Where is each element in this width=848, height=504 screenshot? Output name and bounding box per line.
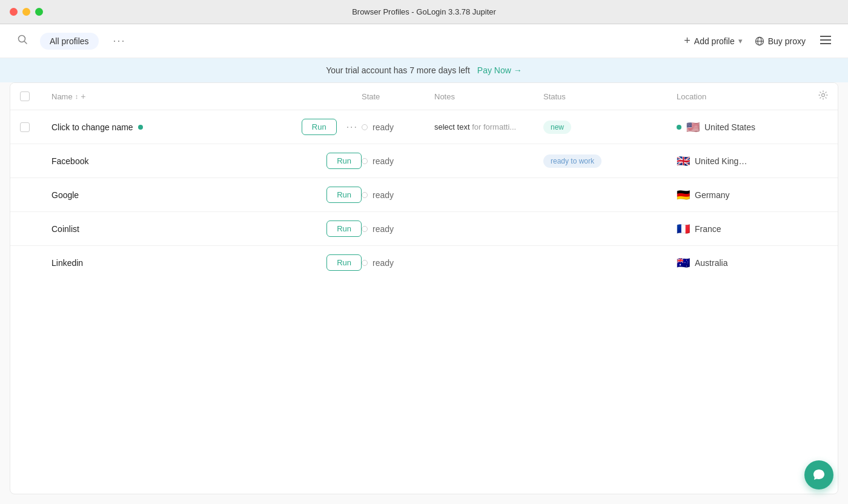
run-button[interactable]: Run	[302, 119, 337, 135]
state-text: ready	[373, 190, 394, 200]
hamburger-menu-button[interactable]	[818, 32, 833, 50]
location-text: Germany	[695, 190, 730, 200]
search-button[interactable]	[15, 31, 30, 50]
run-button[interactable]: Run	[326, 153, 362, 169]
svg-line-1	[25, 42, 27, 44]
state-text: ready	[373, 258, 394, 268]
traffic-lights	[10, 8, 43, 16]
toolbar: All profiles ··· + Add profile ▾ Buy pro…	[0, 24, 848, 58]
chevron-down-icon: ▾	[738, 36, 743, 45]
state-text: ready	[373, 122, 394, 132]
pay-now-label: Pay Now	[477, 65, 511, 75]
toolbar-right: + Add profile ▾ Buy proxy	[684, 32, 833, 50]
state-circle	[362, 260, 368, 266]
plus-icon: +	[684, 35, 691, 47]
table-row: Google Run ready 🇩🇪 Germany	[10, 178, 838, 212]
pay-now-link[interactable]: Pay Now →	[477, 65, 522, 75]
row-checkbox[interactable]	[20, 122, 30, 132]
location-column-label: Location	[677, 92, 706, 101]
location-text: France	[695, 224, 721, 234]
buy-proxy-label: Buy proxy	[768, 36, 806, 46]
status-column-label: Status	[543, 92, 566, 101]
row-checkbox-cell	[20, 122, 51, 132]
row-state-cell: ready	[362, 122, 434, 132]
row-location-cell: 🇫🇷 France	[677, 222, 798, 236]
name-actions: Google	[51, 190, 320, 200]
profile-name[interactable]: Coinlist	[51, 224, 79, 234]
profile-name[interactable]: Click to change name	[51, 122, 133, 132]
location-text: United King…	[695, 156, 747, 166]
svg-point-0	[19, 36, 25, 42]
flag-icon: 🇩🇪	[677, 188, 690, 202]
state-circle	[362, 124, 368, 130]
name-actions: Facebook	[51, 156, 320, 166]
buy-proxy-button[interactable]: Buy proxy	[755, 36, 806, 46]
notes-column-label: Notes	[434, 92, 455, 101]
table-settings-button[interactable]	[818, 90, 828, 102]
row-state-cell: ready	[362, 258, 434, 268]
chat-support-button[interactable]	[804, 460, 833, 489]
add-column-icon[interactable]: +	[81, 91, 85, 101]
row-name-cell: Click to change name Run ···	[51, 119, 362, 135]
row-notes-cell: select text for formatti...	[434, 122, 543, 131]
sort-icon[interactable]: ↕	[75, 93, 79, 100]
notes-highlight: select text	[434, 122, 470, 131]
more-options-button[interactable]: ···	[108, 32, 131, 50]
add-profile-label: Add profile	[694, 36, 735, 46]
profile-name[interactable]: Facebook	[51, 156, 88, 166]
state-circle	[362, 192, 368, 198]
table-row: Facebook Run ready ready to work 🇬🇧 Unit…	[10, 144, 838, 178]
name-actions: Click to change name	[51, 122, 296, 132]
add-profile-button[interactable]: + Add profile ▾	[684, 35, 742, 47]
header-location-col: Location	[677, 92, 798, 101]
state-text: ready	[373, 224, 394, 234]
name-actions: Coinlist	[51, 224, 320, 234]
title-bar: Browser Profiles - GoLogin 3.3.78 Jupite…	[0, 0, 848, 24]
flag-icon: 🇦🇺	[677, 256, 690, 270]
header-status-col: Status	[543, 92, 677, 101]
all-profiles-button[interactable]: All profiles	[40, 33, 99, 50]
table-row: Linkedin Run ready 🇦🇺 Australia	[10, 246, 838, 279]
row-name-cell: Linkedin Run	[51, 254, 362, 271]
header-checkbox-col	[20, 91, 51, 101]
state-circle	[362, 158, 368, 164]
header-notes-col: Notes	[434, 92, 543, 101]
status-badge: ready to work	[543, 154, 601, 168]
online-indicator	[138, 125, 143, 130]
header-state-col: State	[362, 92, 434, 101]
run-button[interactable]: Run	[326, 187, 362, 203]
row-location-cell: 🇩🇪 Germany	[677, 188, 798, 202]
select-all-checkbox[interactable]	[20, 91, 30, 101]
minimize-button[interactable]	[22, 8, 30, 16]
row-location-cell: 🇺🇸 United States	[677, 121, 798, 134]
profile-name[interactable]: Google	[51, 190, 79, 200]
row-state-cell: ready	[362, 224, 434, 234]
header-settings-col	[798, 90, 828, 102]
table-row: Click to change name Run ··· ready selec…	[10, 110, 838, 144]
status-badge: new	[543, 121, 571, 134]
close-button[interactable]	[10, 8, 18, 16]
state-circle	[362, 226, 368, 232]
name-column-label: Name	[51, 92, 73, 101]
table-header: Name ↕ + State Notes Status Location	[10, 83, 838, 110]
state-text: ready	[373, 156, 394, 166]
location-text: United States	[704, 122, 755, 132]
svg-point-8	[822, 94, 825, 97]
maximize-button[interactable]	[35, 8, 43, 16]
flag-icon: 🇬🇧	[677, 154, 690, 168]
row-state-cell: ready	[362, 190, 434, 200]
flag-icon: 🇺🇸	[686, 121, 700, 134]
table-row: Coinlist Run ready 🇫🇷 France	[10, 212, 838, 246]
arrow-icon: →	[514, 65, 522, 75]
flag-icon: 🇫🇷	[677, 222, 690, 236]
row-name-cell: Google Run	[51, 187, 362, 203]
run-button[interactable]: Run	[326, 254, 362, 271]
name-actions: Linkedin	[51, 258, 320, 268]
run-button[interactable]: Run	[326, 220, 362, 237]
trial-banner: Your trial account has 7 more days left …	[0, 58, 848, 82]
location-text: Australia	[695, 258, 727, 268]
row-more-options-button[interactable]: ···	[343, 121, 362, 134]
row-location-cell: 🇬🇧 United King…	[677, 154, 798, 168]
main-content: All profiles ··· + Add profile ▾ Buy pro…	[0, 24, 848, 504]
profile-name[interactable]: Linkedin	[51, 258, 83, 268]
